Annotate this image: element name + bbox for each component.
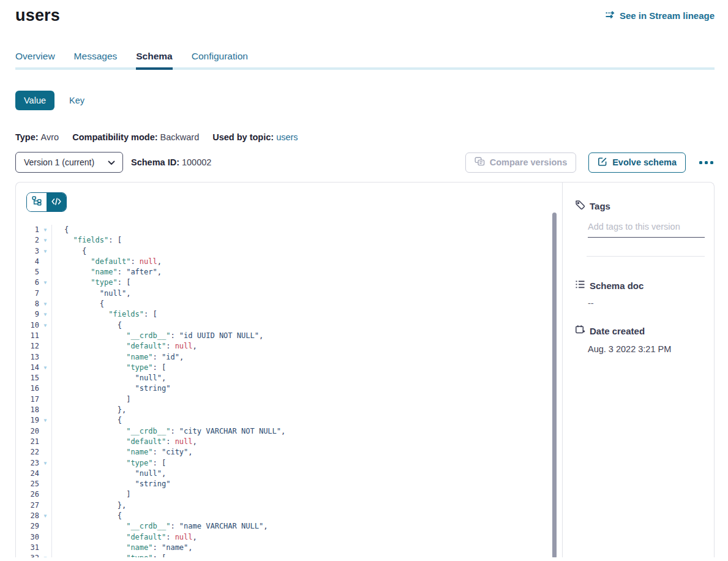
line-number: 28 (16, 511, 39, 521)
fold-toggle-icon[interactable]: ▼ (39, 363, 51, 373)
code-line: 21 "default": null, (16, 437, 562, 447)
line-number: 11 (16, 331, 39, 341)
evolve-schema-button[interactable]: Evolve schema (588, 152, 686, 173)
add-tags-input[interactable] (588, 222, 705, 238)
list-icon (575, 280, 585, 291)
code-text: "default": null, (51, 437, 562, 447)
fold-toggle-icon[interactable]: ▼ (39, 553, 51, 557)
code-text: "name": "city", (51, 447, 562, 457)
schema-sidebar: Tags Schema doc -- (563, 183, 714, 557)
code-text: "name": "id", (51, 352, 562, 363)
code-line: 8▼ { (16, 299, 562, 309)
compare-versions-label: Compare versions (490, 157, 568, 167)
line-number: 6 (16, 277, 39, 288)
sidebar-divider (587, 256, 705, 257)
fold-toggle-icon[interactable]: ▼ (39, 299, 51, 309)
code-line: 22 "name": "city", (16, 447, 562, 457)
line-number: 2 (16, 235, 39, 246)
code-line: 12 "default": null, (16, 341, 562, 352)
line-number: 12 (16, 341, 39, 352)
line-number: 21 (16, 437, 39, 447)
schema-page: users See in Stream lineage OverviewMess… (0, 0, 728, 557)
fold-spacer (39, 532, 51, 543)
code-text: "default": null, (51, 532, 562, 543)
code-line: 15 "null", (16, 373, 562, 383)
code-line: 23▼ "type": [ (16, 458, 562, 469)
compare-versions-button[interactable]: Compare versions (465, 152, 577, 173)
code-text: "__crdb__": "city VARCHAR NOT NULL", (51, 426, 562, 437)
code-line: 29 "__crdb__": "name VARCHAR NULL", (16, 521, 562, 532)
tab-track (15, 67, 715, 70)
code-line: 6▼ "type": [ (16, 277, 562, 288)
meta-item: Used by topic:users (212, 132, 298, 142)
schema-panel: 1▼{2▼ "fields": [3▼ {4 "default": null,5… (15, 182, 715, 557)
code-text: "type": [ (51, 458, 562, 469)
line-number: 5 (16, 267, 39, 277)
page-header: users See in Stream lineage (15, 0, 715, 25)
editor-view-toggle (26, 192, 67, 212)
fold-spacer (39, 288, 51, 299)
code-text: ] (51, 394, 562, 405)
value-tab-button[interactable]: Value (15, 91, 54, 110)
fold-toggle-icon[interactable]: ▼ (39, 277, 51, 288)
line-number: 8 (16, 299, 39, 309)
line-number: 31 (16, 543, 39, 553)
fold-spacer (39, 500, 51, 511)
code-text: { (51, 511, 562, 521)
line-number: 4 (16, 257, 39, 267)
code-line: 9▼ "fields": [ (16, 309, 562, 320)
key-tab-button[interactable]: Key (69, 96, 84, 105)
code-text: { (51, 299, 562, 309)
line-number: 16 (16, 383, 39, 394)
fold-toggle-icon[interactable]: ▼ (39, 320, 51, 331)
schema-editor: 1▼{2▼ "fields": [3▼ {4 "default": null,5… (16, 183, 562, 557)
line-number: 25 (16, 479, 39, 489)
see-in-stream-lineage-link[interactable]: See in Stream lineage (605, 10, 715, 21)
meta-label: Type: (15, 132, 39, 142)
fold-spacer (39, 437, 51, 447)
tree-view-icon (32, 196, 42, 208)
code-text: "null", (51, 373, 562, 383)
fold-toggle-icon[interactable]: ▼ (39, 225, 51, 235)
code-text: }, (51, 500, 562, 511)
code-text: { (51, 225, 562, 235)
editor-scrollbar-thumb[interactable] (552, 213, 557, 557)
fold-spacer (39, 543, 51, 553)
fold-toggle-icon[interactable]: ▼ (39, 458, 51, 469)
more-options-button[interactable] (698, 159, 715, 167)
tree-view-button[interactable] (27, 193, 47, 211)
code-text: "type": [ (51, 363, 562, 373)
code-view-button[interactable] (47, 193, 66, 211)
version-select[interactable]: Version 1 (current) (15, 152, 123, 173)
schema-id-label: Schema ID: (131, 157, 179, 167)
line-number: 3 (16, 246, 39, 257)
compare-versions-icon (475, 157, 485, 168)
fold-spacer (39, 426, 51, 437)
code-text: { (51, 246, 562, 257)
code-text: "name": "name", (51, 543, 562, 553)
tag-icon (575, 200, 585, 212)
lineage-link-label: See in Stream lineage (620, 10, 715, 21)
code-text: "null", (51, 288, 562, 299)
meta-label: Compatibility mode: (72, 132, 157, 142)
meta-value-link[interactable]: users (276, 132, 298, 142)
line-number: 9 (16, 309, 39, 320)
code-text: "null", (51, 469, 562, 479)
fold-toggle-icon[interactable]: ▼ (39, 246, 51, 257)
fold-toggle-icon[interactable]: ▼ (39, 235, 51, 246)
version-controls: Version 1 (current) Schema ID:100002 Com… (15, 152, 715, 173)
code-line: 16 "string" (16, 383, 562, 394)
code-line: 24 "null", (16, 469, 562, 479)
code-text: }, (51, 405, 562, 415)
line-number: 17 (16, 394, 39, 405)
fold-toggle-icon[interactable]: ▼ (39, 309, 51, 320)
fold-toggle-icon[interactable]: ▼ (39, 415, 51, 426)
fold-toggle-icon[interactable]: ▼ (39, 511, 51, 521)
evolve-schema-label: Evolve schema (612, 157, 677, 167)
tab-schema[interactable]: Schema (136, 51, 172, 70)
code-text: "__crdb__": "name VARCHAR NULL", (51, 521, 562, 532)
schema-id: Schema ID:100002 (131, 157, 211, 167)
ellipsis-icon (710, 161, 713, 164)
meta-label: Used by topic: (212, 132, 274, 142)
code-text: "fields": [ (51, 309, 562, 320)
